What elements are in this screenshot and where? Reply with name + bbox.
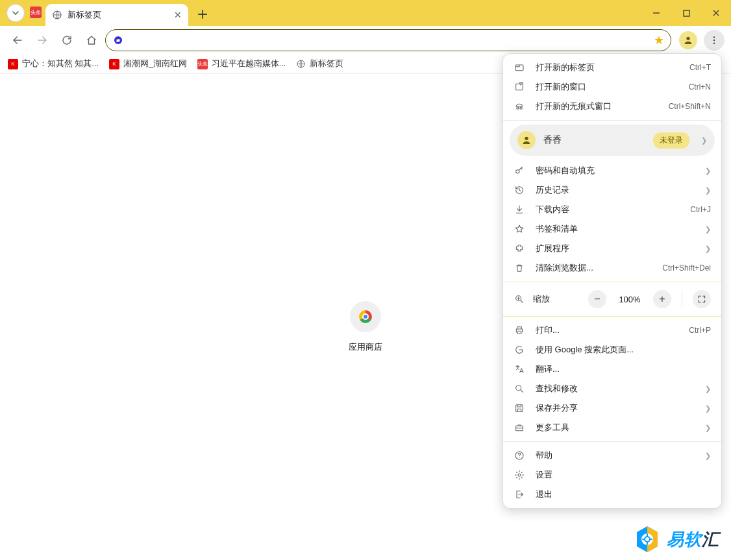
bookmark-icon: K: [109, 59, 119, 69]
watermark-logo-icon: [634, 525, 660, 554]
menu-passwords[interactable]: 密码和自动填充 ❯: [503, 161, 721, 180]
bookmark-icon: 头条: [197, 59, 208, 69]
menu-google-search[interactable]: 使用 Google 搜索此页面...: [503, 340, 721, 359]
site-icon: [112, 34, 124, 46]
tab-icon: [514, 62, 525, 73]
home-button[interactable]: [81, 29, 103, 51]
menu-help[interactable]: 帮助 ❯: [503, 446, 721, 465]
menu-label: 下载内容: [536, 204, 680, 215]
svg-rect-13: [516, 84, 523, 90]
menu-label: 查找和修改: [536, 383, 695, 395]
globe-icon: [296, 59, 306, 69]
chevron-right-icon: ❯: [705, 404, 711, 413]
menu-label: 书签和清单: [536, 223, 695, 235]
back-button[interactable]: [6, 29, 29, 51]
menu-extensions[interactable]: 扩展程序 ❯: [503, 239, 721, 258]
arrow-right-icon: [36, 34, 48, 46]
menu-find-edit[interactable]: 查找和修改 ❯: [503, 379, 721, 398]
close-window-button[interactable]: [701, 0, 731, 26]
menu-incognito[interactable]: 打开新的无痕式窗口 Ctrl+Shift+N: [503, 97, 721, 116]
tab-close-button[interactable]: ✕: [174, 10, 182, 20]
star-icon: [514, 224, 525, 234]
menu-profile[interactable]: 香香 未登录 ❯: [510, 125, 715, 156]
print-icon: [514, 325, 525, 335]
chevron-right-icon: ❯: [705, 385, 711, 393]
fullscreen-icon: [697, 295, 706, 304]
active-tab[interactable]: 新标签页 ✕: [45, 4, 188, 26]
key-icon: [514, 165, 525, 176]
menu-label: 更多工具: [536, 422, 695, 433]
bookmark-item[interactable]: 新标签页: [296, 58, 343, 69]
menu-save-share[interactable]: 保存并分享 ❯: [503, 398, 721, 418]
menu-more-tools[interactable]: 更多工具 ❯: [503, 418, 721, 437]
menu-shortcut: Ctrl+P: [689, 326, 711, 335]
menu-clear-data[interactable]: 清除浏览数据... Ctrl+Shift+Del: [503, 258, 721, 278]
more-menu-button[interactable]: [704, 30, 725, 51]
menu-label: 帮助: [536, 450, 695, 461]
fullscreen-button[interactable]: [693, 290, 711, 308]
chevron-right-icon: ❯: [705, 167, 711, 175]
translate-icon: [514, 364, 525, 374]
svg-point-8: [713, 42, 715, 43]
zoom-label: 缩放: [533, 293, 580, 305]
bookmark-star-button[interactable]: ★: [654, 33, 664, 47]
reload-button[interactable]: [56, 29, 78, 51]
exit-icon: [514, 489, 525, 500]
toolbar: ★: [0, 26, 731, 55]
menu-separator: [503, 316, 721, 317]
dots-vertical-icon: [709, 35, 719, 45]
menu-label: 扩展程序: [536, 243, 695, 254]
new-tab-button[interactable]: [193, 5, 212, 23]
menu-exit[interactable]: 退出: [503, 485, 721, 504]
svg-point-14: [517, 107, 519, 109]
address-bar[interactable]: ★: [105, 29, 671, 51]
menu-label: 历史记录: [536, 184, 695, 196]
bookmark-item[interactable]: K湘潮网_湖南红网: [109, 58, 187, 69]
watermark: 易软汇: [634, 525, 719, 554]
menu-shortcut: Ctrl+Shift+N: [669, 102, 711, 111]
person-icon: [683, 35, 693, 45]
bookmark-label: 习近平在越南媒体...: [212, 58, 286, 69]
menu-bookmarks[interactable]: 书签和清单 ❯: [503, 219, 721, 239]
menu-separator: [503, 120, 721, 121]
shortcut-tile[interactable]: 应用商店: [349, 301, 382, 353]
bookmark-label: 湘潮网_湖南红网: [123, 58, 187, 69]
toolbox-icon: [514, 422, 525, 433]
menu-translate[interactable]: 翻译...: [503, 359, 721, 379]
pinned-tab-icon[interactable]: 头条: [30, 6, 42, 18]
tab-title: 新标签页: [68, 9, 101, 21]
zoom-value: 100%: [614, 295, 645, 304]
zoom-in-button[interactable]: +: [653, 290, 671, 308]
gear-icon: [514, 470, 525, 480]
menu-print[interactable]: 打印... Ctrl+P: [503, 321, 721, 340]
profile-button[interactable]: [679, 31, 697, 49]
zoom-icon: [514, 294, 525, 304]
menu-shortcut: Ctrl+Shift+Del: [662, 263, 711, 273]
svg-point-19: [516, 385, 521, 391]
svg-point-17: [516, 170, 519, 173]
history-icon: [514, 185, 525, 195]
bookmark-icon: K: [8, 59, 18, 69]
bookmark-item[interactable]: 头条习近平在越南媒体...: [197, 58, 286, 69]
menu-history[interactable]: 历史记录 ❯: [503, 180, 721, 200]
bookmark-item[interactable]: K宁心：知其然 知其...: [8, 58, 99, 69]
menu-new-window[interactable]: 打开新的窗口 Ctrl+N: [503, 77, 721, 97]
minimize-button[interactable]: [641, 0, 671, 26]
help-icon: [514, 450, 525, 461]
maximize-button[interactable]: [671, 0, 701, 26]
bookmark-label: 新标签页: [310, 58, 343, 69]
menu-downloads[interactable]: 下载内容 Ctrl+J: [503, 200, 721, 219]
svg-point-15: [520, 107, 522, 109]
profile-badge: 未登录: [653, 132, 689, 149]
menu-label: 使用 Google 搜索此页面...: [536, 344, 711, 356]
avatar-icon: [517, 131, 536, 149]
tab-search-button[interactable]: [6, 4, 25, 22]
zoom-out-button[interactable]: −: [588, 290, 606, 308]
address-input[interactable]: [129, 35, 649, 45]
forward-button[interactable]: [31, 29, 53, 51]
menu-shortcut: Ctrl+T: [689, 63, 711, 72]
menu-new-tab[interactable]: 打开新的标签页 Ctrl+T: [503, 58, 721, 77]
menu-settings[interactable]: 设置: [503, 465, 721, 485]
menu-zoom: 缩放 − 100% +: [503, 286, 721, 312]
svg-rect-1: [684, 10, 689, 16]
